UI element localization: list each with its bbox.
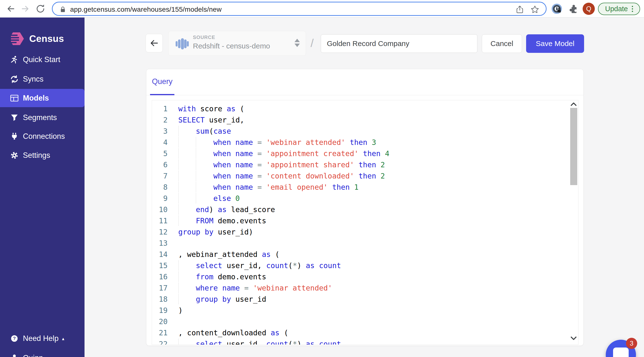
sidebar-item-models[interactable]: Models	[0, 89, 84, 107]
update-label: Update	[605, 5, 628, 13]
census-logo-icon	[9, 32, 25, 46]
tab-bar: Query	[146, 69, 583, 95]
census-logo[interactable]: Census	[9, 32, 64, 46]
person-icon	[10, 354, 18, 357]
profile-avatar[interactable]: Q	[582, 3, 595, 15]
chat-notification-badge: 3	[626, 338, 637, 349]
code-line: 4when name = 'webinar attended' then 3	[152, 137, 578, 148]
chat-bot-icon	[613, 348, 629, 357]
redshift-database-icon	[175, 37, 189, 52]
sync-icon	[10, 75, 18, 83]
user-name-label: Quinn	[23, 354, 43, 357]
code-line: 22select user_id, count(*) as count	[152, 338, 578, 345]
svg-text:?: ?	[13, 336, 16, 341]
sidebar-item-connections[interactable]: Connections	[0, 127, 84, 146]
sidebar-item-settings[interactable]: Settings	[0, 146, 84, 164]
browser-toolbar: app.getcensus.com/warehouses/155/models/…	[0, 0, 644, 18]
sidebar-item-label: Connections	[23, 132, 65, 141]
path-separator: /	[310, 36, 314, 50]
tab-query[interactable]: Query	[150, 69, 174, 95]
code-line: 1with score as (	[152, 103, 578, 114]
source-select[interactable]: SOURCE Redshift - census-demo	[168, 31, 306, 56]
sidebar-item-label: Settings	[23, 151, 50, 160]
code-line: 20	[152, 316, 578, 327]
plug-icon	[10, 132, 18, 140]
code-line: 6when name = 'appointment shared' then 2	[152, 159, 578, 170]
code-line: 19)	[152, 305, 578, 316]
browser-forward-button[interactable]	[20, 3, 31, 14]
table-grid-icon	[10, 94, 18, 102]
scroll-down-arrow[interactable]	[570, 335, 578, 342]
kebab-menu-icon	[632, 6, 633, 12]
code-line: 3sum(case	[152, 126, 578, 137]
back-button[interactable]	[146, 34, 163, 52]
url-bar[interactable]: app.getcensus.com/warehouses/155/models/…	[52, 2, 546, 16]
collapse-caret-icon: ▴	[62, 336, 64, 342]
code-line: 10end) as lead_score	[152, 204, 578, 215]
code-line: 15select user_id, count(*) as count	[152, 260, 578, 271]
share-icon[interactable]	[515, 5, 524, 15]
sidebar-item-syncs[interactable]: Syncs	[0, 70, 84, 88]
scroll-up-arrow[interactable]	[570, 102, 578, 108]
source-label: SOURCE	[193, 34, 215, 40]
scrollbar-thumb[interactable]	[570, 108, 577, 185]
code-line: 21, content_downloaded as (	[152, 327, 578, 338]
sidebar-item-label: Quick Start	[23, 55, 60, 64]
code-line: 2SELECT user_id,	[152, 114, 578, 126]
model-name-input[interactable]	[321, 34, 478, 53]
password-manager-icon[interactable]	[551, 3, 563, 14]
help-circle-icon: ?	[10, 334, 18, 342]
code-line: 13	[152, 238, 578, 249]
code-line: 11FROM demo.events	[152, 215, 578, 226]
select-arrows-icon	[294, 39, 300, 47]
code-line: 7when name = 'content downloaded' then 2	[152, 170, 578, 182]
cancel-button[interactable]: Cancel	[482, 34, 522, 53]
sidebar: Census Quick Start Syncs	[0, 18, 84, 357]
runner-icon	[10, 55, 18, 64]
sidebar-item-segments[interactable]: Segments	[0, 108, 84, 127]
browser-reload-button[interactable]	[34, 3, 46, 14]
code-line: 14, webinar_attended as (	[152, 249, 578, 260]
sql-editor[interactable]: 1with score as (2SELECT user_id,3sum(cas…	[152, 100, 578, 345]
brand-name: Census	[29, 33, 64, 44]
code-line: 8when name = 'email opened' then 1	[152, 182, 578, 193]
main-content: SOURCE Redshift - census-demo / Cancel S…	[84, 18, 644, 357]
bookmark-star-icon[interactable]	[530, 5, 540, 15]
editor-scrollbar	[570, 100, 578, 344]
sidebar-item-quick-start[interactable]: Quick Start	[0, 50, 84, 69]
code-line: 17where name = 'webinar attended'	[152, 282, 578, 294]
lock-icon	[58, 5, 67, 15]
code-line: 12group by user_id)	[152, 226, 578, 238]
gear-icon	[10, 152, 18, 159]
sidebar-item-label: Segments	[23, 113, 57, 122]
code-line: 9else 0	[152, 193, 578, 204]
save-model-button[interactable]: Save Model	[526, 34, 584, 53]
need-help-button[interactable]: ? Need Help ▴	[0, 329, 84, 348]
url-text: app.getcensus.com/warehouses/155/models/…	[70, 6, 222, 14]
funnel-icon	[10, 114, 18, 122]
query-card: Query 1with score as (2SELECT user_id,3s…	[146, 69, 584, 346]
screen: app.getcensus.com/warehouses/155/models/…	[0, 0, 644, 357]
extensions-puzzle-icon[interactable]	[567, 3, 579, 14]
code-line: 18group by user_id	[152, 294, 578, 305]
code-line: 16from demo.events	[152, 271, 578, 282]
code-line: 5when name = 'appointment created' then …	[152, 148, 578, 159]
sidebar-item-label: Syncs	[23, 75, 43, 84]
code-lines: 1with score as (2SELECT user_id,3sum(cas…	[152, 100, 578, 345]
sidebar-item-user[interactable]: Quinn	[0, 349, 84, 357]
need-help-label: Need Help	[23, 334, 58, 343]
browser-update-button[interactable]: Update	[598, 3, 640, 15]
source-value: Redshift - census-demo	[193, 42, 270, 50]
browser-back-button[interactable]	[5, 3, 16, 14]
sidebar-item-label: Models	[23, 94, 49, 102]
